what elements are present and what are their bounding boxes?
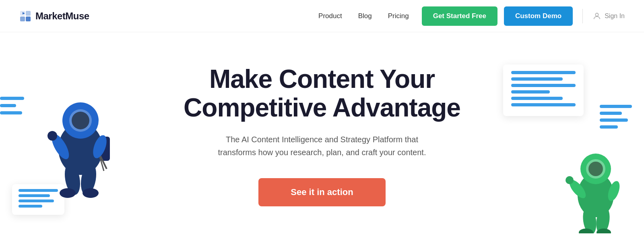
navbar: MarketMuse Product Blog Pricing Get Star… [0,0,644,32]
hero-title: Make Content Your Competitive Advantage [184,65,460,122]
nav-pricing[interactable]: Pricing [388,12,409,20]
nav-divider [582,9,583,23]
rf-line-2 [600,112,622,115]
svg-point-25 [566,176,574,184]
right-astronaut [564,121,636,235]
sign-in-area[interactable]: Sign In [592,12,625,21]
card-line-4 [19,205,42,208]
hero-title-line1: Make Content Your [209,64,435,94]
right-card [503,64,584,116]
nav-product[interactable]: Product [318,12,342,20]
svg-rect-2 [20,17,25,21]
left-line-2 [0,104,16,107]
hero-subtitle: The AI Content Intelligence and Strategy… [184,133,460,159]
logo-text: MarketMuse [35,10,89,22]
left-line-3 [0,111,22,114]
svg-point-18 [60,188,76,198]
nav-actions: Get Started Free Custom Demo Sign In [422,6,625,26]
hero-section: Make Content Your Competitive Advantage … [0,32,644,239]
right-card-line-3 [511,84,576,87]
right-card-line-5 [511,97,563,100]
logo-icon [19,10,31,22]
svg-rect-1 [26,11,31,16]
sign-in-label: Sign In [605,12,625,20]
right-card-line-1 [511,71,576,74]
see-action-button[interactable]: See it in action [258,178,385,206]
custom-demo-button[interactable]: Custom Demo [504,6,573,26]
hero-center: Make Content Your Competitive Advantage … [184,65,460,206]
nav-links: Product Blog Pricing [318,12,409,20]
svg-point-19 [83,188,99,198]
right-card-line-2 [511,77,563,81]
right-card-line-6 [511,103,576,106]
get-started-button[interactable]: Get Started Free [422,6,497,26]
svg-point-5 [596,13,599,16]
left-decorative-lines [0,97,24,114]
logo[interactable]: MarketMuse [19,10,89,22]
nav-blog[interactable]: Blog [358,12,372,20]
svg-point-23 [588,162,603,176]
rf-line-1 [600,105,632,108]
left-line-1 [0,97,24,100]
hero-title-line2: Competitive Advantage [184,93,460,122]
left-astronaut [40,76,129,207]
user-icon [592,12,601,21]
svg-point-14 [47,131,57,141]
right-card-line-4 [511,90,550,94]
svg-point-9 [72,112,89,129]
svg-rect-3 [26,17,31,21]
